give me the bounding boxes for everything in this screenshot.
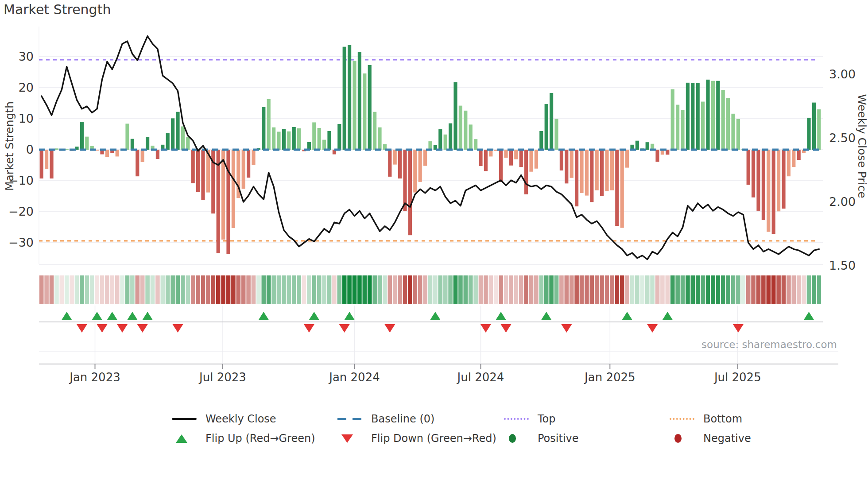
svg-text:Market Strength: Market Strength: [3, 101, 16, 191]
svg-text:0: 0: [26, 143, 34, 156]
legend-item-flip-up: Flip Up (Red→Green): [172, 430, 315, 446]
chart-canvas: Jan 2023Jul 2023Jan 2024Jul 2024Jan 2025…: [0, 0, 868, 390]
flip-down-icon: [337, 434, 364, 443]
svg-text:2.50: 2.50: [829, 131, 856, 145]
legend-label: Top: [538, 413, 556, 425]
positive-dot-icon: [504, 434, 531, 443]
y-axis-right: 3.002.502.001.50Weekly Close Price: [829, 67, 868, 272]
legend-item-baseline: Baseline (0): [337, 411, 434, 427]
svg-text:Weekly Close Price: Weekly Close Price: [856, 94, 868, 198]
svg-text:1.50: 1.50: [829, 259, 856, 272]
x-axis: Jan 2023Jul 2023Jan 2024Jul 2024Jan 2025…: [39, 351, 838, 384]
heat-strip: [39, 275, 821, 304]
top-dotted-swatch: [504, 418, 531, 420]
flip-up-icon: [172, 434, 198, 443]
svg-text:Jan 2024: Jan 2024: [328, 371, 380, 384]
legend-item-negative: Negative: [670, 430, 751, 446]
legend-label: Flip Down (Green→Red): [371, 432, 496, 445]
negative-dot-icon: [670, 434, 696, 443]
marker-band: [39, 306, 823, 364]
legend-label: Flip Up (Red→Green): [205, 432, 315, 445]
legend-label: Negative: [703, 432, 751, 445]
legend-item-flip-down: Flip Down (Green→Red): [337, 430, 496, 446]
svg-text:Jul 2024: Jul 2024: [457, 371, 504, 384]
svg-text:2.00: 2.00: [829, 195, 856, 209]
market-strength-chart: Market Strength Jan 2023Jul 2023Jan 2024…: [0, 0, 868, 488]
svg-text:−20: −20: [8, 205, 34, 218]
legend-item-positive: Positive: [504, 430, 579, 446]
svg-text:−30: −30: [8, 236, 34, 249]
svg-text:Jul 2025: Jul 2025: [713, 371, 761, 384]
baseline-dash-swatch: [337, 418, 364, 420]
legend-label: Baseline (0): [371, 413, 434, 425]
weekly-close-line-swatch: [172, 418, 198, 420]
legend-label: Positive: [538, 432, 579, 445]
legend-label: Weekly Close: [205, 413, 276, 425]
svg-text:Jan 2025: Jan 2025: [584, 371, 636, 384]
flip-up-markers: [62, 312, 814, 320]
svg-text:20: 20: [19, 81, 34, 94]
y-axis-left: 3020100−10−20−30Market Strength: [3, 50, 34, 249]
source-note: source: sharemaestro.com: [701, 339, 837, 350]
legend-label: Bottom: [703, 413, 742, 425]
svg-text:3.00: 3.00: [829, 67, 856, 81]
svg-text:10: 10: [19, 112, 34, 125]
svg-text:Jan 2023: Jan 2023: [69, 371, 120, 384]
legend-item-weekly-close: Weekly Close: [172, 411, 276, 427]
bottom-dotted-swatch: [670, 418, 696, 420]
flip-down-markers: [77, 324, 744, 333]
legend-item-top: Top: [504, 411, 556, 427]
legend-item-bottom: Bottom: [670, 411, 742, 427]
svg-text:30: 30: [19, 50, 34, 63]
svg-text:Jul 2023: Jul 2023: [198, 371, 246, 384]
chart-legend: Weekly Close Baseline (0) Top Bottom Fli…: [0, 407, 868, 456]
